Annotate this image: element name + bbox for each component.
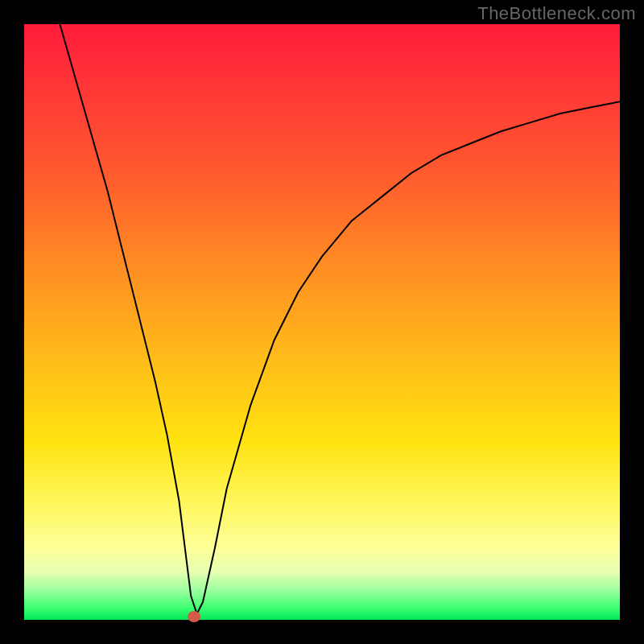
- chart-stage: TheBottleneck.com: [0, 0, 644, 644]
- optimal-point-marker: [188, 611, 200, 622]
- watermark-text: TheBottleneck.com: [477, 3, 636, 24]
- plot-area: [24, 24, 620, 620]
- curve-path: [60, 24, 620, 614]
- bottleneck-curve: [24, 24, 620, 620]
